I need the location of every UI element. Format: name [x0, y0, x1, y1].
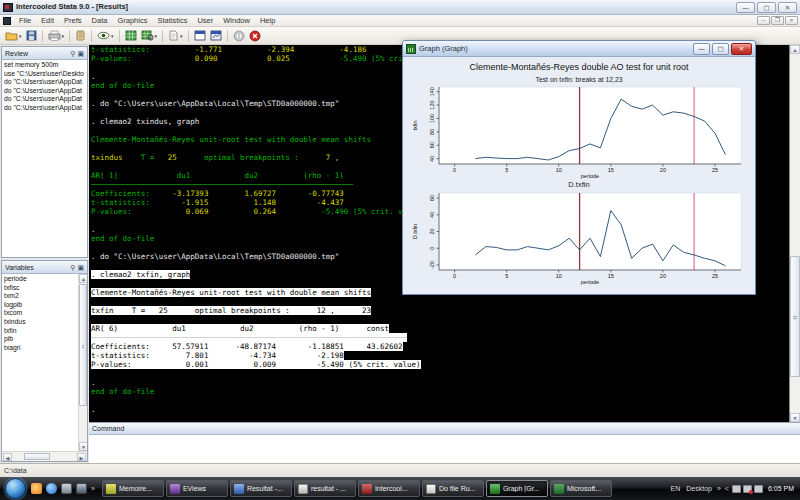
hidden-icons-chevron[interactable]: <	[725, 485, 729, 492]
break-button[interactable]	[248, 29, 262, 43]
svg-text:25: 25	[712, 273, 718, 279]
graph-window-titlebar[interactable]: Graph (Graph) — ▢ ✕	[403, 41, 755, 57]
scroll-up-arrow[interactable]: ▲	[79, 274, 87, 283]
review-item[interactable]: do "C:\Users\user\AppDat	[4, 95, 85, 104]
svg-text:periode: periode	[581, 173, 599, 179]
svg-text:40: 40	[429, 156, 435, 162]
show-desktop-icon[interactable]	[61, 483, 72, 494]
data-browser-button[interactable]: ▾	[140, 29, 159, 43]
menu-statistics[interactable]: Statistics	[152, 15, 192, 27]
review-panel-header[interactable]: Review ⚲ ▣	[2, 47, 87, 60]
bring-graph-to-front-button[interactable]	[209, 29, 223, 43]
command-input[interactable]	[89, 435, 800, 463]
float-icon[interactable]: ▣	[77, 48, 84, 59]
menu-window[interactable]: Window	[218, 15, 255, 27]
volume-icon[interactable]	[754, 485, 763, 493]
print-button[interactable]: ▾	[47, 29, 66, 43]
scroll-right-arrow[interactable]: ▶	[77, 453, 86, 461]
graph-window[interactable]: Graph (Graph) — ▢ ✕ Clemente-Montañés-Re…	[402, 40, 756, 295]
pin-icon[interactable]: ⚲	[70, 48, 75, 59]
svg-text:120: 120	[429, 100, 435, 109]
menu-edit[interactable]: Edit	[36, 15, 59, 27]
pin-icon[interactable]: ⚲	[70, 262, 75, 273]
mdi-close-button[interactable]: ×	[785, 16, 798, 25]
menu-file[interactable]: File	[14, 15, 36, 27]
variables-vertical-scrollbar[interactable]: ▲ ▼	[78, 274, 87, 451]
review-item[interactable]: do "C:\Users\user\AppDat	[4, 104, 85, 113]
desktop-toolbar-chevron[interactable]: »	[717, 485, 721, 492]
variable-item[interactable]: txagri	[4, 344, 77, 353]
scroll-up-arrow[interactable]: ▲	[790, 45, 800, 54]
results-vertical-scrollbar[interactable]: ▲ ▼	[789, 45, 800, 422]
variable-item[interactable]: logpib	[4, 301, 77, 310]
close-button[interactable]: ✕	[778, 2, 797, 13]
taskbar-button-excel[interactable]: Microsoft...	[550, 480, 612, 497]
scroll-down-arrow[interactable]: ▼	[790, 413, 800, 422]
taskbar-button-intercooled-stata[interactable]: Intercool...	[358, 480, 420, 497]
variables-horizontal-scrollbar[interactable]: ◀ ▶	[2, 451, 87, 461]
review-item[interactable]: do "C:\Users\user\AppDat	[4, 87, 85, 96]
data-browser-dropdown-arrow[interactable]: ▾	[155, 33, 158, 39]
taskbar-button-resultat-word[interactable]: Resultat -...	[230, 480, 292, 497]
do-file-dropdown-arrow[interactable]: ▾	[180, 33, 183, 39]
mdi-minimize-button[interactable]: –	[757, 16, 770, 25]
taskbar-button-graph[interactable]: Graph [Gr...	[486, 480, 548, 497]
maximize-button[interactable]: ▢	[757, 2, 776, 13]
menu-data[interactable]: Data	[87, 15, 113, 27]
viewer-button[interactable]: ▾	[96, 29, 115, 43]
minimize-button[interactable]: —	[736, 2, 755, 13]
start-button[interactable]	[5, 478, 26, 499]
command-window-header[interactable]: Command	[89, 423, 800, 435]
quick-launch-icon-1[interactable]	[31, 483, 42, 494]
variable-item[interactable]: periode	[4, 275, 77, 284]
display-tray-icon[interactable]	[732, 485, 741, 493]
graph-maximize-button[interactable]: ▢	[712, 43, 729, 55]
menu-user[interactable]: User	[192, 15, 218, 27]
mdi-restore-button[interactable]: ❐	[771, 16, 784, 25]
scroll-left-arrow[interactable]: ◀	[3, 453, 12, 461]
scroll-down-arrow[interactable]: ▼	[79, 442, 87, 451]
variable-item[interactable]: txcom	[4, 309, 77, 318]
language-indicator[interactable]: EN	[671, 485, 681, 492]
variable-item[interactable]: txm2	[4, 292, 77, 301]
taskbar-button-memoire[interactable]: Memoire...	[102, 480, 164, 497]
taskbar-button-do-file[interactable]: Do file Ru...	[422, 480, 484, 497]
menu-help[interactable]: Help	[255, 15, 280, 27]
bring-results-to-front-button[interactable]	[193, 29, 207, 43]
internet-explorer-icon[interactable]	[46, 483, 57, 494]
review-item[interactable]: do "C:\Users\user\AppDat	[4, 78, 85, 87]
variables-panel-header[interactable]: Variables ⚲ ▣	[2, 261, 87, 274]
review-item[interactable]: use "C:\Users\user\Deskto	[4, 70, 85, 79]
svg-text:15: 15	[608, 167, 614, 173]
switch-windows-icon[interactable]	[76, 483, 87, 494]
float-icon[interactable]: ▣	[77, 262, 84, 273]
clock: 6:05 PM	[768, 485, 794, 492]
taskbar-button-eviews[interactable]: EViews	[166, 480, 228, 497]
data-editor-button[interactable]	[124, 29, 138, 43]
do-file-editor-button[interactable]: ▾	[167, 29, 184, 43]
taskbar-button-resultat-text[interactable]: resultat - ...	[294, 480, 356, 497]
svg-text:25: 25	[712, 167, 718, 173]
desktop-toolbar-label[interactable]: Desktop	[686, 485, 712, 492]
network-disconnected-icon[interactable]	[743, 485, 752, 493]
pause-button[interactable]	[232, 29, 246, 43]
quick-launch-overflow-chevron[interactable]: »	[91, 485, 95, 492]
variable-item[interactable]: txindus	[4, 318, 77, 327]
graph-close-button[interactable]: ✕	[731, 43, 752, 55]
open-dropdown-arrow[interactable]: ▾	[19, 33, 22, 39]
stata-titlebar[interactable]: Intercooled Stata 9.0 - [Results] — ▢ ✕	[0, 0, 800, 15]
save-button[interactable]	[25, 29, 38, 43]
graph-minimize-button[interactable]: —	[693, 43, 710, 55]
menu-graphics[interactable]: Graphics	[112, 15, 152, 27]
working-directory: C:\data	[4, 467, 27, 474]
variable-item[interactable]: txfin	[4, 327, 77, 336]
review-item[interactable]: set memory 500m	[4, 61, 85, 70]
open-button[interactable]: ▾	[4, 29, 23, 43]
begin-log-button[interactable]	[74, 29, 87, 43]
status-bar: C:\data	[0, 463, 800, 477]
variable-item[interactable]: txfisc	[4, 284, 77, 293]
print-dropdown-arrow[interactable]: ▾	[62, 33, 65, 39]
variable-item[interactable]: pib	[4, 335, 77, 344]
viewer-dropdown-arrow[interactable]: ▾	[111, 33, 114, 39]
menu-prefs[interactable]: Prefs	[59, 15, 87, 27]
